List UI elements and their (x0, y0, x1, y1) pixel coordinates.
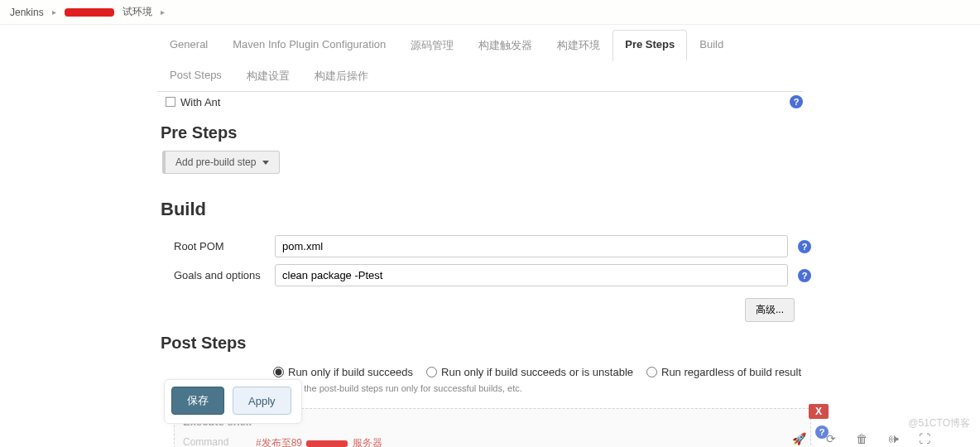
footer-buttons: 保存 Apply (164, 379, 302, 424)
add-pre-build-step-button[interactable]: Add pre-build step (162, 151, 280, 174)
radio-run-unstable-label: Run only if build succeeds or is unstabl… (441, 366, 633, 378)
chevron-right-icon: ▸ (52, 7, 56, 17)
advanced-button[interactable]: 高级... (745, 298, 795, 322)
watermark: @51CTO博客 (908, 416, 970, 430)
caret-down-icon (262, 161, 269, 165)
bottom-toolbar: 🚀 ⟳ 🗑 🕪 ⛶ (792, 432, 930, 445)
goals-label: Goals and options (157, 269, 265, 281)
radio-run-unstable[interactable]: Run only if build succeeds or is unstabl… (426, 366, 633, 378)
breadcrumb-root[interactable]: Jenkins (10, 7, 44, 18)
help-icon[interactable]: ? (798, 269, 811, 282)
refresh-icon[interactable]: ⟳ (826, 432, 836, 445)
tab-build-settings[interactable]: 构建设置 (234, 60, 302, 92)
root-pom-label: Root POM (157, 240, 265, 252)
help-icon[interactable]: ? (790, 95, 803, 108)
radio-run-unstable-input[interactable] (426, 367, 437, 377)
tab-build[interactable]: Build (687, 30, 736, 61)
with-ant-label: With Ant (180, 96, 220, 108)
trash-icon[interactable]: 🗑 (856, 432, 867, 445)
tab-triggers[interactable]: 构建触发器 (466, 30, 545, 61)
tab-scm[interactable]: 源码管理 (398, 30, 466, 61)
apply-button[interactable]: Apply (233, 387, 291, 415)
breadcrumb: Jenkins ▸ 试环境 ▸ (0, 0, 980, 25)
expand-icon[interactable]: ⛶ (919, 432, 930, 445)
command-suffix: 服务器 (353, 437, 382, 447)
chevron-right-icon: ▸ (161, 7, 165, 17)
command-prefix: #发布至89 (256, 437, 302, 447)
command-text[interactable]: #发布至89 服务器 (256, 436, 382, 447)
goals-input[interactable] (275, 264, 788, 286)
breadcrumb-suffix[interactable]: 试环境 (122, 5, 152, 19)
tab-general[interactable]: General (157, 30, 220, 61)
section-post-steps-title: Post Steps (157, 322, 811, 361)
rocket-icon[interactable]: 🚀 (792, 432, 806, 445)
command-label: Command (183, 436, 241, 447)
sound-icon[interactable]: 🕪 (887, 432, 899, 445)
close-icon[interactable]: X (809, 404, 829, 419)
section-build-title: Build (157, 187, 811, 228)
root-pom-input[interactable] (275, 235, 788, 257)
radio-run-always[interactable]: Run regardless of build result (646, 366, 801, 378)
add-pre-build-step-label: Add pre-build step (175, 156, 256, 168)
redacted-text (306, 440, 348, 447)
tab-pre-steps[interactable]: Pre Steps (612, 30, 687, 61)
config-tabs: General Maven Info Plugin Configuration … (157, 30, 803, 92)
tab-env[interactable]: 构建环境 (545, 30, 612, 61)
save-button[interactable]: 保存 (171, 387, 224, 415)
radio-run-success[interactable]: Run only if build succeeds (273, 366, 413, 378)
tab-post-steps[interactable]: Post Steps (157, 60, 234, 92)
tab-post-build[interactable]: 构建后操作 (302, 60, 381, 92)
radio-run-always-input[interactable] (646, 367, 657, 377)
radio-run-success-label: Run only if build succeeds (288, 366, 413, 378)
tab-maven-info[interactable]: Maven Info Plugin Configuration (220, 30, 398, 61)
redacted-text (65, 8, 114, 17)
with-ant-checkbox[interactable] (166, 97, 175, 107)
radio-run-always-label: Run regardless of build result (661, 366, 801, 378)
radio-run-success-input[interactable] (273, 367, 284, 377)
help-icon[interactable]: ? (798, 240, 811, 253)
section-pre-steps-title: Pre Steps (157, 112, 811, 151)
